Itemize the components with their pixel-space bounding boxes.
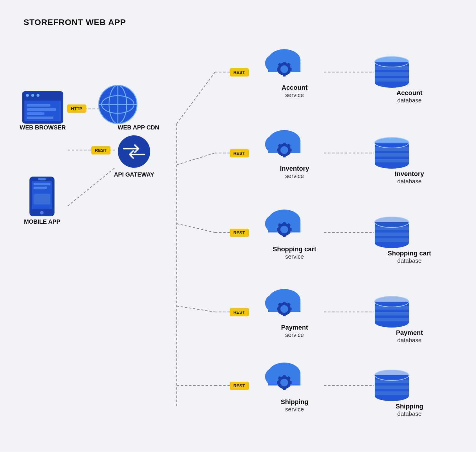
diagram-container: STOREFRONT WEB APP: [0, 0, 476, 452]
page-title: STOREFRONT WEB APP: [24, 18, 452, 27]
